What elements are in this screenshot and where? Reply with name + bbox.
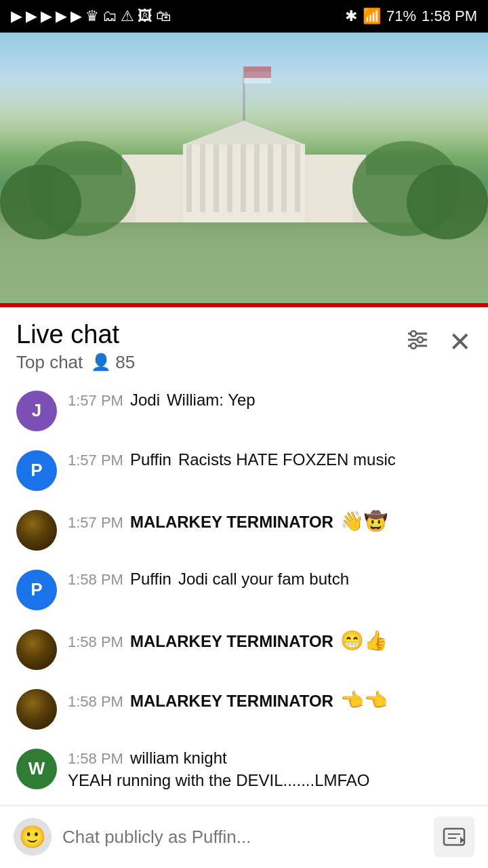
play-icon4: ▶ [56, 7, 67, 25]
top-chat-row: Top chat 👤 85 [16, 352, 135, 373]
image-icon: 🖼 [138, 7, 152, 25]
message-content: 1:57 PM MALARKEY TERMINATOR 👋🤠 [68, 510, 472, 532]
avatar: W [16, 749, 57, 789]
emoji-button[interactable]: 🙂 [14, 818, 52, 856]
status-right-icons: ✱ 📶 71% 1:58 PM [345, 7, 477, 25]
message-content: 1:58 PM MALARKEY TERMINATOR 😁👍 [68, 629, 472, 652]
svg-point-28 [418, 337, 423, 342]
message-content: 1:57 PM Puffin Racists HATE FOXZEN music [68, 450, 472, 469]
message-username: MALARKEY TERMINATOR [130, 632, 333, 651]
message-text: Racists HATE FOXZEN music [178, 450, 396, 469]
whitehouse-svg [0, 33, 488, 307]
send-button[interactable] [434, 816, 474, 857]
viewer-count: 👤 85 [91, 352, 135, 373]
message-time: 1:58 PM [68, 571, 123, 589]
message-time: 1:57 PM [68, 514, 123, 532]
list-item: P 1:57 PM Puffin Racists HATE FOXZEN mus… [0, 441, 488, 500]
top-chat-label[interactable]: Top chat [16, 352, 83, 373]
time-text: 1:58 PM [422, 7, 477, 25]
avatar: J [16, 391, 57, 431]
play-icon3: ▶ [41, 7, 52, 25]
message-content: 1:58 PM Puffin Jodi call your fam butch [68, 570, 472, 589]
message-text: William: Yep [167, 391, 256, 410]
triangle-icon: ⚠ [121, 7, 134, 25]
svg-point-22 [407, 165, 488, 239]
message-username: Puffin [130, 450, 171, 469]
message-meta: 1:57 PM Jodi William: Yep [68, 391, 472, 410]
message-text: YEAH running with the DEVIL.......LMFAO [68, 769, 472, 792]
list-item: 1:57 PM MALARKEY TERMINATOR 👋🤠 [0, 500, 488, 560]
send-icon [443, 827, 466, 846]
person-icon: 👤 [91, 353, 111, 372]
bluetooth-icon: ✱ [345, 7, 357, 25]
chat-input-bar: 🙂 [0, 805, 488, 868]
message-text: 👈👈 [340, 689, 388, 711]
message-text: Jodi call your fam butch [178, 570, 349, 589]
video-background [0, 33, 488, 307]
red-progress-bar [0, 303, 488, 307]
wifi-icon: 📶 [363, 7, 381, 25]
avatar [16, 510, 57, 551]
emoji-icon: 🙂 [19, 824, 46, 850]
bag-icon: 🛍 [156, 7, 171, 25]
crown-icon: ♛ [85, 7, 99, 25]
message-text: 👋🤠 [340, 510, 388, 532]
message-time: 1:58 PM [68, 693, 123, 711]
avatar: P [16, 450, 57, 491]
chat-header-left: Live chat Top chat 👤 85 [16, 321, 135, 373]
viewer-count-number: 85 [115, 352, 135, 373]
filter-icon[interactable] [405, 329, 430, 355]
list-item: W 1:58 PM william knight YEAH running wi… [0, 739, 488, 802]
status-bar: ▶ ▶ ▶ ▶ ▶ ♛ 🗂 ⚠ 🖼 🛍 ✱ 📶 71% 1:58 PM [0, 0, 488, 33]
chat-input[interactable] [62, 827, 423, 848]
message-username: Jodi [130, 391, 160, 410]
svg-point-20 [0, 165, 81, 239]
message-meta: 1:57 PM Puffin Racists HATE FOXZEN music [68, 450, 472, 469]
chat-header: Live chat Top chat 👤 85 [0, 307, 488, 373]
message-time: 1:58 PM [68, 633, 123, 651]
message-time: 1:57 PM [68, 392, 123, 410]
close-icon[interactable]: ✕ [449, 326, 472, 357]
chat-messages: J 1:57 PM Jodi William: Yep P 1:57 PM Pu… [0, 373, 488, 868]
message-meta: 1:58 PM Puffin Jodi call your fam butch [68, 570, 472, 589]
message-time: 1:57 PM [68, 452, 123, 469]
status-icons: ▶ ▶ ▶ ▶ ▶ ♛ 🗂 ⚠ 🖼 🛍 [11, 7, 171, 25]
chat-header-right: ✕ [405, 326, 472, 357]
live-chat-title: Live chat [16, 321, 135, 349]
play-icon5: ▶ [70, 7, 82, 25]
avatar: P [16, 570, 57, 610]
folder-icon: 🗂 [102, 7, 117, 25]
avatar [16, 629, 57, 670]
list-item: J 1:57 PM Jodi William: Yep [0, 381, 488, 441]
message-content: 1:57 PM Jodi William: Yep [68, 391, 472, 410]
svg-rect-23 [0, 33, 488, 155]
play-icon: ▶ [11, 7, 22, 25]
svg-point-29 [411, 343, 416, 349]
message-username: william knight [130, 749, 227, 768]
message-username: MALARKEY TERMINATOR [130, 692, 333, 711]
list-item: P 1:58 PM Puffin Jodi call your fam butc… [0, 560, 488, 620]
message-meta: 1:58 PM MALARKEY TERMINATOR 😁👍 [68, 629, 472, 652]
video-thumbnail[interactable] [0, 33, 488, 307]
message-username: Puffin [130, 570, 171, 589]
list-item: 1:58 PM MALARKEY TERMINATOR 😁👍 [0, 620, 488, 679]
message-meta: 1:58 PM william knight [68, 749, 472, 768]
svg-point-27 [411, 331, 416, 336]
play-icon2: ▶ [26, 7, 37, 25]
message-meta: 1:58 PM MALARKEY TERMINATOR 👈👈 [68, 689, 472, 711]
message-content: 1:58 PM william knight YEAH running with… [68, 749, 472, 792]
message-username: MALARKEY TERMINATOR [130, 513, 333, 532]
avatar [16, 689, 57, 730]
message-content: 1:58 PM MALARKEY TERMINATOR 👈👈 [68, 689, 472, 711]
message-time: 1:58 PM [68, 750, 123, 768]
battery-text: 71% [386, 7, 416, 25]
message-text: 😁👍 [340, 629, 388, 652]
chat-section: Live chat Top chat 👤 85 [0, 307, 488, 868]
list-item: 1:58 PM MALARKEY TERMINATOR 👈👈 [0, 679, 488, 739]
message-meta: 1:57 PM MALARKEY TERMINATOR 👋🤠 [68, 510, 472, 532]
